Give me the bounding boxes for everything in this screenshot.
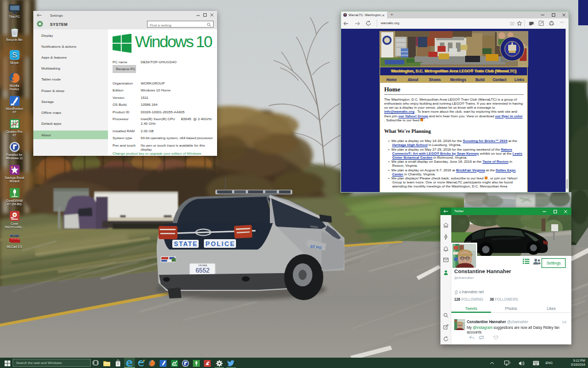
svg-text:S: S bbox=[12, 51, 17, 59]
svg-text:MLCAD: MLCAD bbox=[10, 234, 19, 237]
svg-text:VIRGINIA: VIRGINIA bbox=[198, 264, 207, 267]
svg-text:STATE: STATE bbox=[174, 240, 197, 247]
svg-text:6552: 6552 bbox=[196, 267, 210, 274]
